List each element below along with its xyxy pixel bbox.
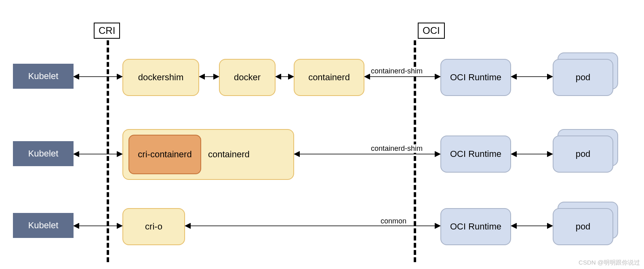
pod-node-row1: pod — [553, 59, 613, 96]
oci-label: OCI — [418, 23, 445, 39]
cri-boundary-line — [107, 40, 109, 262]
oci-runtime-node-row1: OCI Runtime — [440, 59, 511, 96]
oci-runtime-node-row2: OCI Runtime — [440, 136, 511, 173]
edge-label-shim-row2: containerd-shim — [370, 144, 423, 153]
kubelet-node-row3: Kubelet — [13, 213, 74, 238]
kubelet-node-row2: Kubelet — [13, 141, 74, 166]
edge-label-conmon: conmon — [380, 217, 407, 225]
pod-node-row3: pod — [553, 208, 613, 245]
dockershim-node: dockershim — [122, 59, 199, 96]
edge-label-shim-row1: containerd-shim — [370, 67, 423, 75]
watermark: CSDN @明明跟你说过 — [579, 259, 640, 267]
connector-edges — [0, 0, 644, 269]
pod-node-row2: pod — [553, 136, 613, 173]
containerd-node-row1: containerd — [294, 59, 364, 96]
crio-node: cri-o — [122, 208, 185, 245]
cri-label: CRI — [94, 23, 120, 39]
containerd-label-row2: containerd — [208, 149, 250, 159]
kubelet-node-row1: Kubelet — [13, 64, 74, 89]
docker-node: docker — [219, 59, 276, 96]
oci-runtime-node-row3: OCI Runtime — [440, 208, 511, 245]
cri-containerd-node: cri-containerd — [128, 135, 201, 174]
